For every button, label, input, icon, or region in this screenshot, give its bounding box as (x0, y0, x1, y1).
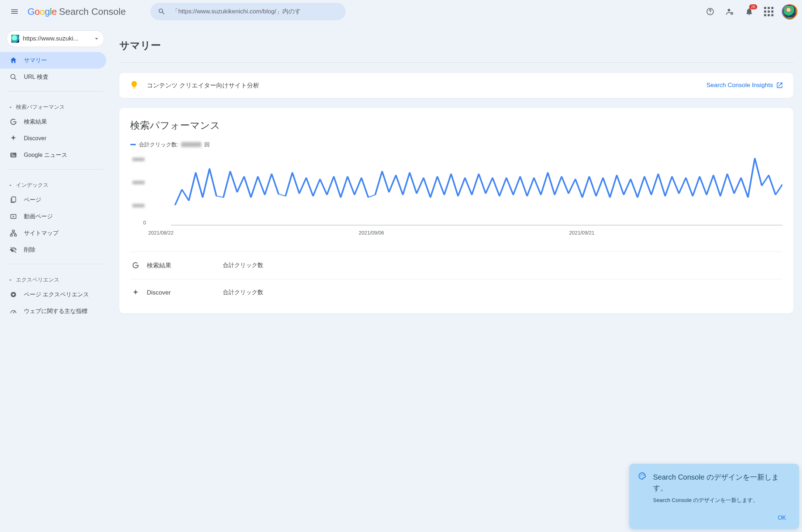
redacted-value (181, 142, 201, 147)
sidebar-group-label: インデックス (16, 182, 48, 189)
discover-icon (9, 134, 17, 142)
row-label: 検索結果 (147, 261, 216, 270)
sidebar-item-label: Discover (24, 135, 46, 142)
header-actions: 28 (701, 3, 796, 20)
apps-button[interactable] (760, 3, 777, 20)
insights-card: コンテンツ クリエイター向けサイト分析 Search Console Insig… (119, 73, 793, 98)
row-label: Discover (147, 289, 216, 296)
svg-rect-12 (10, 235, 13, 236)
divider (7, 91, 103, 91)
property-selector[interactable]: https://www.suzuki... (7, 30, 104, 47)
toast-ok-button[interactable]: OK (773, 512, 790, 524)
news-icon (9, 151, 17, 159)
property-url: https://www.suzuki... (23, 35, 89, 42)
settings-user-button[interactable] (721, 3, 738, 20)
sidebar-item-pages[interactable]: ページ (0, 192, 106, 208)
hamburger-menu-button[interactable] (6, 3, 23, 20)
sidebar-item-video-pages[interactable]: 動画ページ (0, 208, 106, 225)
svg-rect-11 (12, 230, 14, 232)
y-axis-zero: 0 (143, 220, 146, 226)
divider (7, 264, 103, 264)
svg-rect-9 (12, 197, 16, 202)
performance-rows: 検索結果 合計クリック数 Discover 合計クリック数 (130, 252, 782, 306)
notifications-button[interactable]: 28 (741, 3, 758, 20)
sidebar-item-label: サマリー (24, 57, 47, 64)
sidebar-item-url-inspection[interactable]: URL 検査 (0, 69, 106, 85)
sidebar-item-google-news[interactable]: Google ニュース (0, 147, 106, 163)
app-header: Google Search Console 28 (0, 0, 802, 23)
search-icon (158, 8, 166, 16)
search-bar[interactable] (150, 3, 346, 20)
sidebar-group-performance[interactable]: 検索パフォーマンス (0, 97, 111, 113)
product-name: Search Console (59, 6, 126, 17)
search-input[interactable] (171, 8, 338, 16)
notification-badge: 28 (749, 4, 757, 9)
menu-icon (10, 7, 19, 16)
sidebar-item-label: URL 検査 (24, 73, 48, 81)
performance-card: 検索パフォーマンス 合計クリック数: 回 0 2021/08/22 2021/ (119, 108, 793, 313)
sidebar-group-label: エクスペリエンス (16, 276, 59, 283)
search-icon (9, 73, 17, 81)
chevron-down-icon (93, 35, 100, 42)
sidebar-item-search-results[interactable]: 検索結果 (0, 113, 106, 130)
sidebar-group-experience[interactable]: エクスペリエンス (0, 270, 111, 286)
chevron-down-icon (8, 105, 13, 110)
performance-row-search[interactable]: 検索結果 合計クリック数 (130, 252, 782, 279)
apps-icon (764, 7, 773, 16)
x-tick: 2021/08/22 (148, 230, 174, 236)
design-update-toast: Search Console のデザインを一新します。 Search Conso… (629, 464, 799, 529)
line-chart-svg (130, 155, 782, 227)
svg-point-15 (12, 293, 14, 296)
chevron-down-icon (8, 278, 13, 283)
google-g-icon (9, 118, 17, 126)
sitemap-icon (9, 229, 17, 237)
legend-swatch (130, 144, 136, 145)
person-gear-icon (725, 7, 734, 16)
open-external-icon (776, 82, 783, 89)
performance-row-discover[interactable]: Discover 合計クリック数 (130, 279, 782, 306)
account-avatar[interactable] (783, 5, 796, 18)
svg-point-19 (643, 474, 643, 475)
insights-text: コンテンツ クリエイター向けサイト分析 (147, 81, 259, 90)
svg-rect-7 (12, 155, 16, 155)
sidebar-item-core-web-vitals[interactable]: ウェブに関する主な指標 (0, 303, 106, 319)
google-g-icon (132, 261, 140, 269)
redacted-y-tick (132, 158, 145, 161)
sidebar-item-removals[interactable]: 削除 (0, 241, 106, 258)
sidebar-group-index[interactable]: インデックス (0, 175, 111, 192)
lightbulb-icon (129, 80, 139, 91)
divider (7, 169, 103, 170)
property-favicon (11, 35, 19, 43)
sidebar-item-discover[interactable]: Discover (0, 130, 106, 147)
page-title: サマリー (119, 30, 793, 63)
x-axis-labels: 2021/08/22 2021/09/06 2021/09/21 . (130, 230, 782, 236)
chart-legend: 合計クリック数: 回 (130, 141, 782, 148)
svg-point-1 (710, 13, 711, 14)
video-icon (9, 213, 17, 220)
x-tick: 2021/09/21 (569, 230, 594, 236)
pages-icon (9, 196, 17, 204)
redacted-y-tick (132, 204, 145, 207)
sidebar-item-label: ページ エクスペリエンス (24, 291, 89, 299)
sidebar: https://www.suzuki... サマリー URL 検査 検索パフォー… (0, 23, 111, 532)
sidebar-item-summary[interactable]: サマリー (0, 52, 106, 69)
help-button[interactable] (701, 3, 719, 20)
row-metric: 合計クリック数 (223, 262, 263, 269)
sidebar-item-sitemaps[interactable]: サイトマップ (0, 225, 106, 241)
main-content: サマリー コンテンツ クリエイター向けサイト分析 Search Console … (111, 23, 802, 532)
circle-dot-icon (9, 291, 17, 299)
sidebar-item-page-experience[interactable]: ページ エクスペリエンス (0, 286, 106, 303)
chevron-down-icon (8, 183, 13, 188)
insights-link[interactable]: Search Console Insights (707, 82, 783, 89)
hide-icon (9, 246, 17, 254)
palette-icon (638, 472, 647, 493)
toast-title: Search Console のデザインを一新します。 (653, 472, 790, 493)
toast-subtitle: Search Console のデザインを一新します。 (653, 497, 790, 504)
legend-unit: 回 (204, 141, 210, 148)
sidebar-item-label: 検索結果 (24, 118, 47, 126)
legend-label: 合計クリック数: (139, 141, 178, 148)
svg-point-18 (641, 474, 642, 475)
sidebar-item-label: サイトマップ (24, 229, 59, 237)
sidebar-item-label: ページ (24, 196, 41, 204)
row-metric: 合計クリック数 (223, 289, 263, 296)
